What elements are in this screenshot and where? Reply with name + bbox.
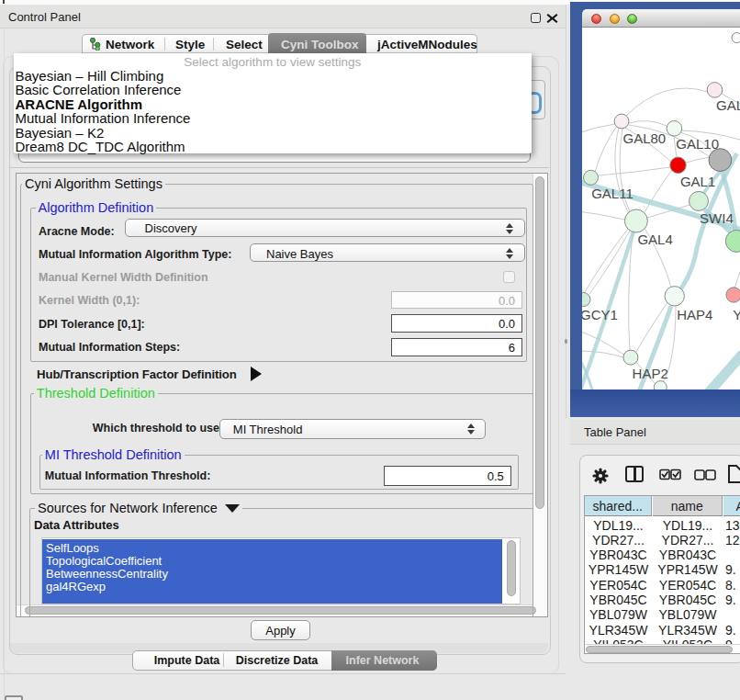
svg-text:SWI4: SWI4 <box>700 210 734 226</box>
svg-text:HAP2: HAP2 <box>633 366 668 381</box>
svg-text:GAL80: GAL80 <box>623 130 667 146</box>
svg-text:Y: Y <box>733 307 740 322</box>
svg-text:GCY1: GCY1 <box>582 307 618 322</box>
svg-text:GAL1: GAL1 <box>680 174 715 189</box>
svg-text:HAP4: HAP4 <box>677 307 712 322</box>
svg-text:GAL11: GAL11 <box>591 186 633 201</box>
svg-text:GAL4: GAL4 <box>637 231 672 247</box>
svg-text:GAL7: GAL7 <box>716 97 740 113</box>
svg-text:GAL10: GAL10 <box>676 136 719 152</box>
